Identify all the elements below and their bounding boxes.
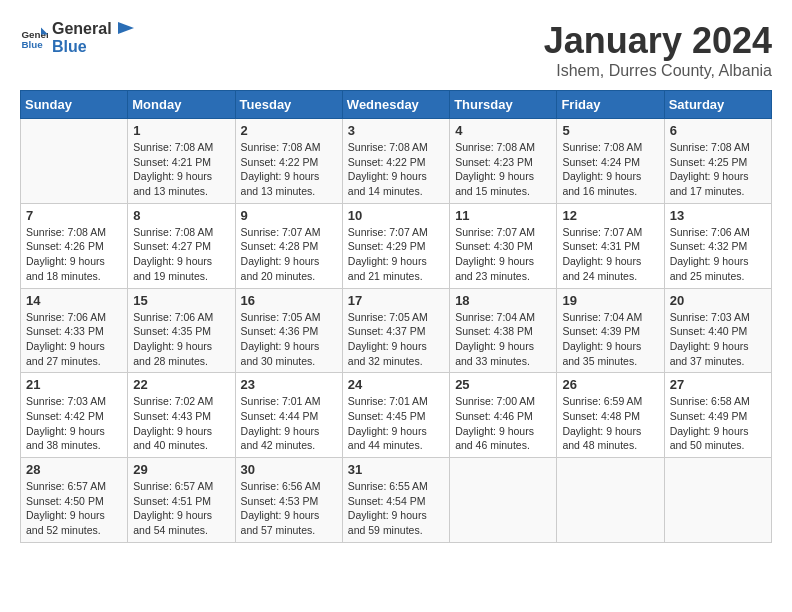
calendar-cell xyxy=(664,458,771,543)
calendar-week-row: 14Sunrise: 7:06 AM Sunset: 4:33 PM Dayli… xyxy=(21,288,772,373)
calendar-cell: 18Sunrise: 7:04 AM Sunset: 4:38 PM Dayli… xyxy=(450,288,557,373)
calendar-cell xyxy=(450,458,557,543)
calendar-week-row: 21Sunrise: 7:03 AM Sunset: 4:42 PM Dayli… xyxy=(21,373,772,458)
day-header-friday: Friday xyxy=(557,91,664,119)
calendar-table: SundayMondayTuesdayWednesdayThursdayFrid… xyxy=(20,90,772,543)
logo: General Blue General Blue xyxy=(20,20,134,55)
day-number: 14 xyxy=(26,293,122,308)
cell-content: Sunrise: 7:08 AM Sunset: 4:24 PM Dayligh… xyxy=(562,140,658,199)
title-section: January 2024 Ishem, Durres County, Alban… xyxy=(544,20,772,80)
day-number: 13 xyxy=(670,208,766,223)
day-number: 4 xyxy=(455,123,551,138)
calendar-cell: 2Sunrise: 7:08 AM Sunset: 4:22 PM Daylig… xyxy=(235,119,342,204)
calendar-cell: 16Sunrise: 7:05 AM Sunset: 4:36 PM Dayli… xyxy=(235,288,342,373)
day-number: 1 xyxy=(133,123,229,138)
cell-content: Sunrise: 6:57 AM Sunset: 4:51 PM Dayligh… xyxy=(133,479,229,538)
calendar-week-row: 28Sunrise: 6:57 AM Sunset: 4:50 PM Dayli… xyxy=(21,458,772,543)
day-number: 18 xyxy=(455,293,551,308)
cell-content: Sunrise: 7:01 AM Sunset: 4:45 PM Dayligh… xyxy=(348,394,444,453)
calendar-cell: 13Sunrise: 7:06 AM Sunset: 4:32 PM Dayli… xyxy=(664,203,771,288)
day-header-wednesday: Wednesday xyxy=(342,91,449,119)
cell-content: Sunrise: 7:02 AM Sunset: 4:43 PM Dayligh… xyxy=(133,394,229,453)
day-number: 7 xyxy=(26,208,122,223)
day-number: 25 xyxy=(455,377,551,392)
calendar-cell: 3Sunrise: 7:08 AM Sunset: 4:22 PM Daylig… xyxy=(342,119,449,204)
location-subtitle: Ishem, Durres County, Albania xyxy=(544,62,772,80)
calendar-cell: 26Sunrise: 6:59 AM Sunset: 4:48 PM Dayli… xyxy=(557,373,664,458)
cell-content: Sunrise: 7:03 AM Sunset: 4:42 PM Dayligh… xyxy=(26,394,122,453)
cell-content: Sunrise: 7:08 AM Sunset: 4:27 PM Dayligh… xyxy=(133,225,229,284)
day-number: 26 xyxy=(562,377,658,392)
cell-content: Sunrise: 7:07 AM Sunset: 4:30 PM Dayligh… xyxy=(455,225,551,284)
svg-text:Blue: Blue xyxy=(21,38,43,49)
cell-content: Sunrise: 6:57 AM Sunset: 4:50 PM Dayligh… xyxy=(26,479,122,538)
cell-content: Sunrise: 7:07 AM Sunset: 4:29 PM Dayligh… xyxy=(348,225,444,284)
day-number: 27 xyxy=(670,377,766,392)
day-number: 15 xyxy=(133,293,229,308)
cell-content: Sunrise: 7:08 AM Sunset: 4:22 PM Dayligh… xyxy=(348,140,444,199)
calendar-cell: 15Sunrise: 7:06 AM Sunset: 4:35 PM Dayli… xyxy=(128,288,235,373)
calendar-cell: 20Sunrise: 7:03 AM Sunset: 4:40 PM Dayli… xyxy=(664,288,771,373)
cell-content: Sunrise: 7:08 AM Sunset: 4:21 PM Dayligh… xyxy=(133,140,229,199)
calendar-cell: 27Sunrise: 6:58 AM Sunset: 4:49 PM Dayli… xyxy=(664,373,771,458)
month-title: January 2024 xyxy=(544,20,772,62)
logo-blue-text: Blue xyxy=(52,38,134,56)
calendar-header-row: SundayMondayTuesdayWednesdayThursdayFrid… xyxy=(21,91,772,119)
calendar-cell: 5Sunrise: 7:08 AM Sunset: 4:24 PM Daylig… xyxy=(557,119,664,204)
calendar-cell: 31Sunrise: 6:55 AM Sunset: 4:54 PM Dayli… xyxy=(342,458,449,543)
calendar-body: 1Sunrise: 7:08 AM Sunset: 4:21 PM Daylig… xyxy=(21,119,772,543)
svg-marker-3 xyxy=(118,22,134,34)
cell-content: Sunrise: 7:07 AM Sunset: 4:31 PM Dayligh… xyxy=(562,225,658,284)
calendar-cell: 17Sunrise: 7:05 AM Sunset: 4:37 PM Dayli… xyxy=(342,288,449,373)
calendar-cell: 22Sunrise: 7:02 AM Sunset: 4:43 PM Dayli… xyxy=(128,373,235,458)
calendar-cell: 6Sunrise: 7:08 AM Sunset: 4:25 PM Daylig… xyxy=(664,119,771,204)
day-number: 31 xyxy=(348,462,444,477)
calendar-cell: 12Sunrise: 7:07 AM Sunset: 4:31 PM Dayli… xyxy=(557,203,664,288)
cell-content: Sunrise: 7:08 AM Sunset: 4:22 PM Dayligh… xyxy=(241,140,337,199)
calendar-cell: 21Sunrise: 7:03 AM Sunset: 4:42 PM Dayli… xyxy=(21,373,128,458)
calendar-cell: 30Sunrise: 6:56 AM Sunset: 4:53 PM Dayli… xyxy=(235,458,342,543)
calendar-cell: 24Sunrise: 7:01 AM Sunset: 4:45 PM Dayli… xyxy=(342,373,449,458)
day-number: 28 xyxy=(26,462,122,477)
day-number: 2 xyxy=(241,123,337,138)
calendar-cell: 28Sunrise: 6:57 AM Sunset: 4:50 PM Dayli… xyxy=(21,458,128,543)
page-header: General Blue General Blue January 2024 I… xyxy=(20,20,772,80)
calendar-cell: 7Sunrise: 7:08 AM Sunset: 4:26 PM Daylig… xyxy=(21,203,128,288)
day-number: 3 xyxy=(348,123,444,138)
day-number: 11 xyxy=(455,208,551,223)
day-header-sunday: Sunday xyxy=(21,91,128,119)
cell-content: Sunrise: 7:08 AM Sunset: 4:26 PM Dayligh… xyxy=(26,225,122,284)
calendar-cell: 29Sunrise: 6:57 AM Sunset: 4:51 PM Dayli… xyxy=(128,458,235,543)
day-header-monday: Monday xyxy=(128,91,235,119)
day-number: 24 xyxy=(348,377,444,392)
cell-content: Sunrise: 7:06 AM Sunset: 4:35 PM Dayligh… xyxy=(133,310,229,369)
cell-content: Sunrise: 7:06 AM Sunset: 4:33 PM Dayligh… xyxy=(26,310,122,369)
day-number: 5 xyxy=(562,123,658,138)
day-number: 16 xyxy=(241,293,337,308)
calendar-cell xyxy=(557,458,664,543)
day-number: 10 xyxy=(348,208,444,223)
day-number: 21 xyxy=(26,377,122,392)
logo-flag-icon xyxy=(116,22,134,38)
calendar-week-row: 7Sunrise: 7:08 AM Sunset: 4:26 PM Daylig… xyxy=(21,203,772,288)
cell-content: Sunrise: 6:58 AM Sunset: 4:49 PM Dayligh… xyxy=(670,394,766,453)
day-number: 23 xyxy=(241,377,337,392)
cell-content: Sunrise: 7:04 AM Sunset: 4:38 PM Dayligh… xyxy=(455,310,551,369)
logo-general-text: General xyxy=(52,20,134,38)
cell-content: Sunrise: 7:03 AM Sunset: 4:40 PM Dayligh… xyxy=(670,310,766,369)
logo-icon: General Blue xyxy=(20,24,48,52)
calendar-cell: 23Sunrise: 7:01 AM Sunset: 4:44 PM Dayli… xyxy=(235,373,342,458)
day-number: 17 xyxy=(348,293,444,308)
day-number: 9 xyxy=(241,208,337,223)
cell-content: Sunrise: 7:00 AM Sunset: 4:46 PM Dayligh… xyxy=(455,394,551,453)
cell-content: Sunrise: 7:05 AM Sunset: 4:36 PM Dayligh… xyxy=(241,310,337,369)
calendar-cell: 14Sunrise: 7:06 AM Sunset: 4:33 PM Dayli… xyxy=(21,288,128,373)
calendar-cell xyxy=(21,119,128,204)
cell-content: Sunrise: 7:01 AM Sunset: 4:44 PM Dayligh… xyxy=(241,394,337,453)
day-header-tuesday: Tuesday xyxy=(235,91,342,119)
cell-content: Sunrise: 7:05 AM Sunset: 4:37 PM Dayligh… xyxy=(348,310,444,369)
day-number: 19 xyxy=(562,293,658,308)
cell-content: Sunrise: 6:55 AM Sunset: 4:54 PM Dayligh… xyxy=(348,479,444,538)
day-number: 6 xyxy=(670,123,766,138)
calendar-cell: 11Sunrise: 7:07 AM Sunset: 4:30 PM Dayli… xyxy=(450,203,557,288)
